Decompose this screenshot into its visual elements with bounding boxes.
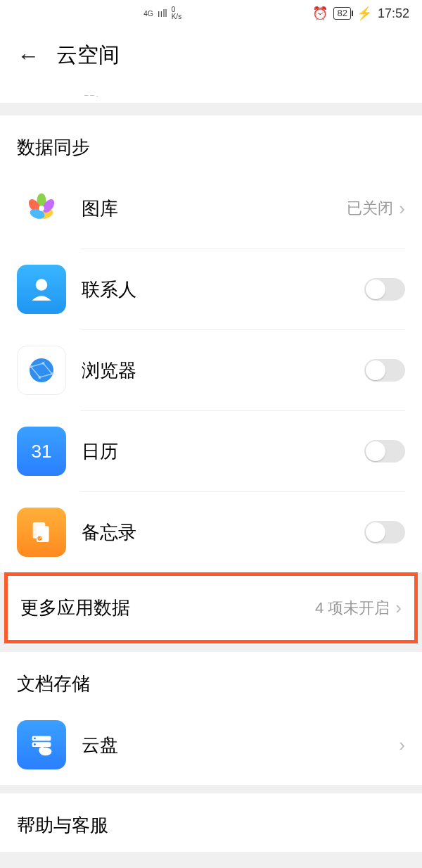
section-storage: 文档存储 云盘 ›: [0, 652, 422, 785]
row-label: 浏览器: [82, 358, 364, 383]
row-browser[interactable]: 浏览器: [17, 330, 405, 410]
alarm-icon: ⏰: [312, 6, 328, 21]
row-gallery[interactable]: 图库 已关闭 ›: [17, 168, 405, 249]
section-data-sync: 数据同步 图库 已关闭 ›: [0, 115, 422, 572]
cloud-disk-icon: [17, 720, 66, 769]
status-left: 4G ııll 0 K/s: [13, 6, 312, 20]
chevron-right-icon: ›: [399, 734, 405, 756]
row-status: 4 项未开启: [315, 598, 390, 619]
svg-point-18: [34, 743, 36, 746]
charging-icon: ⚡: [357, 6, 372, 21]
row-label: 图库: [82, 196, 347, 221]
app-header: ← 云空间: [0, 27, 422, 91]
row-label: 联系人: [82, 277, 364, 302]
svg-point-10: [51, 372, 53, 375]
status-bar: 4G ııll 0 K/s ⏰ 82 ⚡ 17:52: [0, 0, 422, 27]
toggle-contacts[interactable]: [364, 278, 405, 301]
row-cloud-disk[interactable]: 云盘 ›: [17, 705, 405, 785]
section-help: 帮助与客服: [0, 793, 422, 852]
row-more-apps-highlight: 更多应用数据 4 项未开启 ›: [4, 572, 418, 643]
toggle-calendar[interactable]: [364, 440, 405, 463]
browser-icon: [17, 346, 66, 395]
section-title-help: 帮助与客服: [17, 793, 405, 852]
row-contacts[interactable]: 联系人: [17, 249, 405, 329]
signal-bars-icon: ııll: [158, 8, 167, 19]
svg-point-14: [37, 536, 41, 541]
clock-time: 17:52: [378, 6, 409, 21]
section-title-storage: 文档存储: [17, 652, 405, 705]
svg-point-7: [30, 358, 53, 382]
row-status: 已关闭: [347, 198, 393, 219]
chevron-right-icon: ›: [399, 198, 405, 220]
net-speed-unit: K/s: [172, 13, 181, 20]
page-title: 云空间: [56, 41, 120, 70]
chevron-right-icon: ›: [395, 597, 402, 619]
svg-point-8: [30, 365, 32, 368]
toggle-browser[interactable]: [364, 359, 405, 382]
row-more-apps[interactable]: 更多应用数据 4 项未开启 ›: [8, 576, 414, 640]
toggle-notes[interactable]: [364, 521, 405, 543]
svg-point-20: [39, 747, 46, 754]
svg-point-9: [42, 362, 45, 365]
row-label: 日历: [82, 439, 364, 464]
notes-icon: [17, 508, 66, 557]
svg-point-17: [34, 737, 36, 739]
signal-icon: 4G: [143, 10, 153, 18]
section-title-sync: 数据同步: [17, 115, 405, 168]
row-notes[interactable]: 备忘录: [17, 492, 405, 572]
header-subtext: – – .: [0, 91, 422, 103]
svg-point-11: [39, 376, 41, 379]
gallery-icon: [17, 184, 66, 233]
svg-point-5: [39, 206, 44, 211]
battery-icon: 82: [333, 7, 350, 20]
back-icon[interactable]: ←: [17, 44, 39, 67]
row-calendar[interactable]: 31 日历: [17, 411, 405, 491]
row-label: 云盘: [82, 733, 393, 757]
row-label: 备忘录: [82, 520, 364, 545]
svg-point-6: [36, 279, 48, 291]
contacts-icon: [17, 265, 66, 314]
status-right: ⏰ 82 ⚡ 17:52: [312, 6, 409, 21]
row-label: 更多应用数据: [20, 596, 315, 620]
calendar-icon: 31: [17, 427, 66, 476]
calendar-icon-text: 31: [32, 441, 52, 463]
